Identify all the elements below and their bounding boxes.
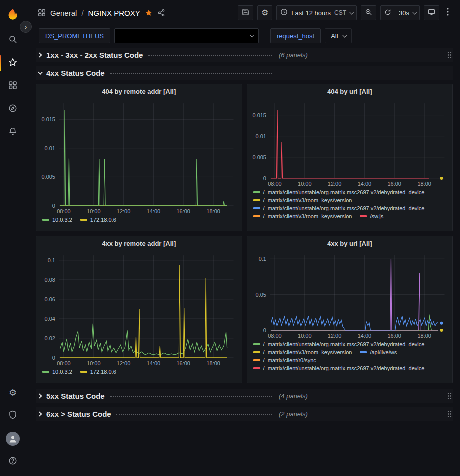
legend-item[interactable]: 10.0.3.2 [42, 217, 72, 223]
panel-title[interactable]: 404 by uri [All] [247, 84, 453, 98]
dashboard-content: 1xx - 3xx - 2xx Status Code (6 panels) 4… [26, 45, 460, 476]
datasource-select[interactable] [114, 28, 259, 43]
refresh-interval-picker[interactable]: 30s [395, 5, 420, 20]
legend-item[interactable]: /_matrix/client/v3/room_keys/version [253, 197, 352, 203]
save-dashboard-button[interactable] [238, 5, 253, 20]
series-color-swatch [253, 359, 260, 361]
request-host-variable-label[interactable]: request_host [270, 28, 321, 43]
series-color-swatch [42, 371, 49, 373]
series-label: /_matrix/client/unstable/org.matrix.msc2… [263, 189, 425, 195]
apps-grid-icon[interactable] [38, 9, 46, 17]
series-color-swatch [42, 219, 49, 221]
series-label: /_matrix/client/v3/room_keys/version [263, 213, 352, 219]
more-options-button[interactable] [443, 5, 452, 20]
svg-text:0.01: 0.01 [255, 133, 266, 139]
series-label: 172.18.0.6 [90, 217, 116, 223]
save-icon [242, 8, 249, 17]
legend-item[interactable]: /_matrix/client/unstable/org.matrix.msc2… [253, 205, 425, 211]
row-title-area: 5xx Status Code [36, 392, 272, 400]
row-header-1xx-3xx-2xx[interactable]: 1xx - 3xx - 2xx Status Code (6 panels) [36, 48, 453, 62]
chart-canvas[interactable]: 00.050.108:0010:0012:0014:0016:0018:00 [247, 250, 453, 340]
time-range-label: Last 12 hours [291, 9, 331, 17]
favorite-star-icon[interactable] [145, 9, 153, 17]
panel-title[interactable]: 404 by remote addr [All] [36, 84, 242, 98]
series-color-swatch [253, 199, 260, 201]
refresh-interval-label: 30s [399, 9, 409, 17]
breadcrumb-separator: / [81, 9, 83, 17]
panel-legend: /_matrix/client/unstable/org.matrix.msc2… [247, 340, 453, 373]
row-drag-handle[interactable] [447, 410, 452, 418]
refresh-button[interactable] [380, 5, 395, 20]
share-icon[interactable] [157, 9, 165, 17]
row-header-5xx[interactable]: 5xx Status Code (4 panels) [36, 389, 453, 403]
legend-item[interactable]: /_matrix/client/r0/sync [253, 357, 316, 363]
row-title-area: 1xx - 3xx - 2xx Status Code [36, 51, 272, 59]
panel-title[interactable]: 4xx by uri [All] [247, 236, 453, 250]
top-navbar: General / NGINX PROXY ⚙ [26, 0, 460, 26]
svg-text:08:00: 08:00 [57, 208, 70, 214]
dashboard-title[interactable]: NGINX PROXY [88, 9, 140, 17]
tv-mode-button[interactable] [424, 5, 439, 20]
datasource-variable-label[interactable]: DS_PROMETHEUS [39, 28, 110, 43]
row-header-6xx[interactable]: 6xx > Status Code (2 panels) [36, 407, 453, 421]
sidebar-item-dashboards[interactable] [0, 75, 26, 98]
svg-text:0.1: 0.1 [48, 257, 55, 263]
gear-icon: ⚙ [9, 388, 17, 397]
sidebar-expand-button[interactable]: › [20, 21, 32, 33]
time-range-picker[interactable]: Last 12 hours CST [276, 5, 357, 20]
legend-item[interactable]: 172.18.0.6 [80, 369, 116, 375]
legend-item[interactable]: /api/live/ws [360, 349, 397, 355]
datasource-variable: DS_PROMETHEUS [39, 28, 259, 43]
series-color-swatch [253, 351, 260, 353]
series-label: /api/live/ws [370, 349, 397, 355]
series-color-swatch [253, 191, 260, 193]
row-dots-leader [110, 73, 272, 74]
sidebar-item-explore[interactable] [0, 98, 26, 121]
legend-item[interactable]: /_matrix/client/unstable/org.matrix.msc2… [253, 189, 425, 195]
row-drag-handle[interactable] [447, 392, 452, 400]
svg-text:08:00: 08:00 [57, 360, 70, 366]
chart-canvas[interactable]: 00.020.040.060.080.108:0010:0012:0014:00… [36, 250, 242, 368]
row-panel-count: (4 panels) [279, 392, 308, 400]
legend-item[interactable]: /_matrix/client/v3/room_keys/version [253, 349, 352, 355]
row-header-4xx[interactable]: 4xx Status Code [36, 66, 453, 80]
svg-text:18:00: 18:00 [206, 360, 220, 366]
sidebar-item-server-admin[interactable] [0, 404, 26, 427]
help-icon [8, 456, 17, 467]
request-host-select[interactable]: All [325, 28, 351, 43]
svg-text:18:00: 18:00 [417, 333, 431, 339]
dashboard-settings-button[interactable]: ⚙ [257, 5, 272, 20]
sidebar-item-alerting[interactable] [0, 121, 26, 144]
sidebar-item-starred[interactable] [0, 52, 26, 75]
series-color-swatch [360, 215, 367, 217]
chevron-down-icon [250, 33, 254, 37]
legend-item[interactable]: /_matrix/client/v3/room_keys/version [253, 213, 352, 219]
svg-text:12:00: 12:00 [327, 333, 341, 339]
sidebar-item-help[interactable] [0, 450, 26, 473]
row-drag-handle[interactable] [447, 51, 452, 59]
legend-item[interactable]: /_matrix/client/unstable/org.matrix.msc2… [253, 365, 425, 371]
sidebar-item-search[interactable] [0, 29, 26, 52]
panel-4xx-by-remote-addr: 4xx by remote addr [All] 00.020.040.060.… [36, 236, 242, 383]
svg-text:10:00: 10:00 [87, 360, 100, 366]
dashboards-grid-icon [8, 81, 17, 92]
refresh-group: 30s [380, 5, 420, 20]
legend-item[interactable]: /_matrix/client/unstable/org.matrix.msc2… [253, 341, 425, 347]
row-panel-count: (6 panels) [279, 51, 308, 59]
legend-item[interactable]: 172.18.0.6 [80, 217, 116, 223]
legend-item[interactable]: 10.0.3.2 [42, 369, 72, 375]
svg-text:18:00: 18:00 [417, 181, 431, 187]
breadcrumb-folder[interactable]: General [50, 9, 77, 17]
chart-canvas[interactable]: 00.0050.010.01508:0010:0012:0014:0016:00… [247, 98, 453, 188]
sidebar-item-configuration[interactable]: ⚙ [0, 381, 26, 404]
chart-canvas[interactable]: 00.0050.010.01508:0010:0012:0014:0016:00… [36, 98, 242, 216]
zoom-out-button[interactable] [361, 5, 376, 20]
panel-title[interactable]: 4xx by remote addr [All] [36, 236, 242, 250]
legend-item[interactable]: /sw.js [360, 213, 383, 219]
svg-text:12:00: 12:00 [117, 208, 130, 214]
main-area: General / NGINX PROXY ⚙ [26, 0, 460, 476]
chevron-right-icon [37, 411, 42, 416]
sidebar-item-profile[interactable] [0, 427, 26, 450]
svg-text:16:00: 16:00 [387, 333, 401, 339]
svg-text:0.015: 0.015 [42, 116, 55, 122]
